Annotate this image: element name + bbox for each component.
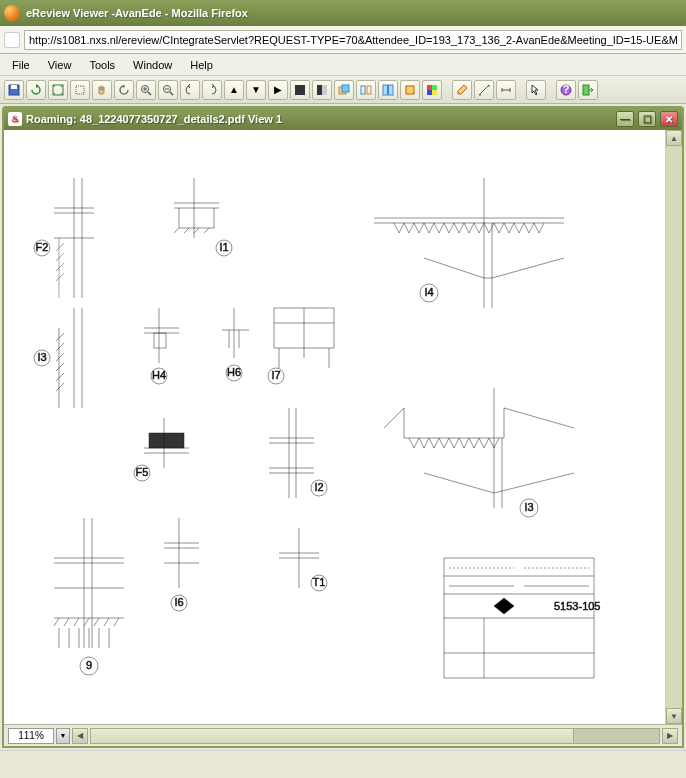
- invert-icon[interactable]: [290, 80, 310, 100]
- zoom-in-icon[interactable]: [136, 80, 156, 100]
- grayscale-icon[interactable]: [312, 80, 332, 100]
- svg-rect-20: [406, 86, 414, 94]
- page-icon: [4, 32, 20, 48]
- menu-bar: File View Tools Window Help: [0, 54, 686, 76]
- next-view-icon[interactable]: [202, 80, 222, 100]
- svg-rect-18: [383, 85, 388, 95]
- svg-text:H6: H6: [227, 366, 241, 378]
- arrow-up-icon[interactable]: ▲: [224, 80, 244, 100]
- document-titlebar: ♨ Roaming: 48_1224077350727_details2.pdf…: [4, 108, 682, 130]
- document-body: F2 I1: [4, 130, 682, 724]
- calibrate-icon[interactable]: [496, 80, 516, 100]
- zoom-out-icon[interactable]: [158, 80, 178, 100]
- svg-line-25: [479, 85, 489, 95]
- svg-text:I6: I6: [174, 596, 183, 608]
- menu-help[interactable]: Help: [182, 57, 221, 73]
- exit-icon[interactable]: [578, 80, 598, 100]
- svg-text:5153-105: 5153-105: [554, 600, 601, 612]
- zoom-display[interactable]: 111%: [8, 728, 54, 744]
- svg-text:I1: I1: [219, 241, 228, 253]
- svg-text:?: ?: [563, 84, 570, 95]
- svg-rect-3: [76, 86, 84, 94]
- fit-icon[interactable]: [48, 80, 68, 100]
- horizontal-scrollbar[interactable]: [90, 728, 660, 744]
- maximize-button[interactable]: ☐: [638, 111, 656, 127]
- svg-text:I3: I3: [37, 351, 46, 363]
- svg-rect-19: [389, 85, 394, 95]
- scroll-thumb[interactable]: [91, 729, 574, 743]
- svg-rect-1: [11, 85, 17, 89]
- svg-rect-16: [361, 86, 365, 94]
- document-window: ♨ Roaming: 48_1224077350727_details2.pdf…: [2, 106, 684, 748]
- rotate-icon[interactable]: [114, 80, 134, 100]
- menu-tools[interactable]: Tools: [81, 57, 123, 73]
- color-icon[interactable]: [422, 80, 442, 100]
- svg-text:I4: I4: [424, 286, 433, 298]
- svg-rect-23: [427, 90, 432, 95]
- minimize-button[interactable]: —: [616, 111, 634, 127]
- drawing-canvas[interactable]: F2 I1: [4, 130, 666, 724]
- vertical-scrollbar[interactable]: ▲ ▼: [666, 130, 682, 724]
- scroll-track[interactable]: [666, 146, 682, 708]
- svg-rect-13: [322, 85, 327, 95]
- svg-rect-21: [427, 85, 432, 90]
- split-icon[interactable]: [378, 80, 398, 100]
- svg-text:T1: T1: [313, 576, 326, 588]
- close-button[interactable]: ✕: [660, 111, 678, 127]
- browser-chrome-bottom: [0, 750, 686, 778]
- scroll-up-icon[interactable]: ▲: [666, 130, 682, 146]
- help-icon[interactable]: ?: [556, 80, 576, 100]
- firefox-icon: [4, 5, 20, 21]
- java-icon: ♨: [8, 112, 22, 126]
- status-bar: 111% ▼ ◀ ▶: [4, 724, 682, 746]
- svg-line-5: [148, 92, 151, 95]
- layers-icon[interactable]: [334, 80, 354, 100]
- menu-file[interactable]: File: [4, 57, 38, 73]
- hand-icon[interactable]: [92, 80, 112, 100]
- svg-text:I3: I3: [524, 501, 533, 513]
- svg-text:H4: H4: [152, 369, 166, 381]
- svg-rect-52: [154, 333, 166, 348]
- svg-text:I7: I7: [271, 369, 280, 381]
- refresh-icon[interactable]: [26, 80, 46, 100]
- scroll-down-icon[interactable]: ▼: [666, 708, 682, 724]
- compare-icon[interactable]: [356, 80, 376, 100]
- svg-rect-64: [149, 433, 184, 448]
- window-title: eReview Viewer -AvanEde - Mozilla Firefo…: [26, 7, 248, 19]
- save-icon[interactable]: [4, 80, 24, 100]
- svg-rect-33: [583, 85, 589, 95]
- svg-text:I2: I2: [314, 481, 323, 493]
- svg-rect-12: [317, 85, 322, 95]
- arrow-right-icon[interactable]: ▶: [268, 80, 288, 100]
- toolbar: ▲ ▼ ▶ ?: [0, 76, 686, 104]
- menu-view[interactable]: View: [40, 57, 80, 73]
- prev-view-icon[interactable]: [180, 80, 200, 100]
- svg-text:9: 9: [86, 659, 92, 671]
- scroll-right-icon[interactable]: ▶: [662, 728, 678, 744]
- url-input[interactable]: [24, 30, 682, 50]
- svg-text:F2: F2: [36, 241, 49, 253]
- pointer-icon[interactable]: [526, 80, 546, 100]
- area-icon[interactable]: [70, 80, 90, 100]
- markup-icon[interactable]: [452, 80, 472, 100]
- measure-icon[interactable]: [474, 80, 494, 100]
- menu-window[interactable]: Window: [125, 57, 180, 73]
- layer-toggle-icon[interactable]: [400, 80, 420, 100]
- drawing-sheet: F2 I1: [14, 138, 612, 698]
- svg-rect-24: [432, 90, 437, 95]
- svg-rect-11: [295, 85, 305, 95]
- browser-titlebar: eReview Viewer -AvanEde - Mozilla Firefo…: [0, 0, 686, 26]
- zoom-dropdown-icon[interactable]: ▼: [56, 728, 70, 744]
- svg-rect-22: [432, 85, 437, 90]
- document-title: Roaming: 48_1224077350727_details2.pdf V…: [26, 113, 282, 125]
- arrow-down-icon[interactable]: ▼: [246, 80, 266, 100]
- svg-text:F5: F5: [136, 466, 149, 478]
- svg-rect-17: [367, 86, 371, 94]
- url-bar: [0, 26, 686, 54]
- scroll-left-icon[interactable]: ◀: [72, 728, 88, 744]
- svg-line-9: [170, 92, 173, 95]
- svg-rect-15: [342, 85, 349, 92]
